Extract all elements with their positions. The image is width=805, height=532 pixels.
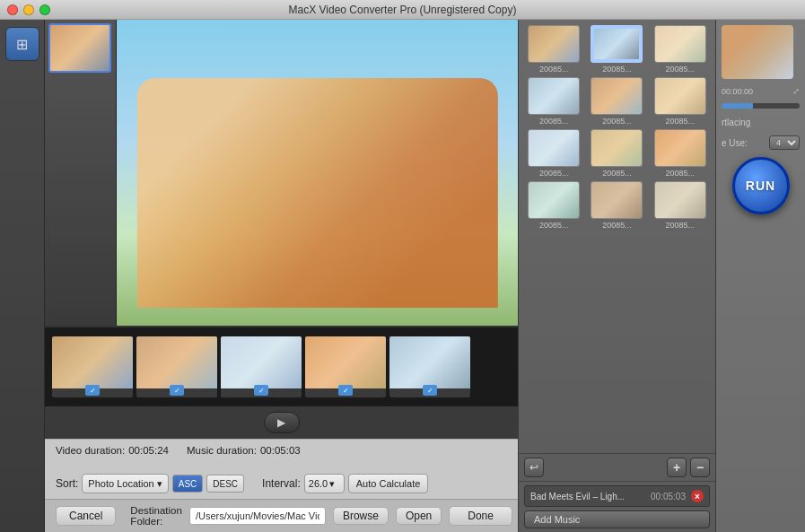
add-video-button[interactable]: ⊞: [5, 27, 39, 61]
photo-cell[interactable]: 20085...: [651, 25, 710, 74]
sort-value: Photo Location: [88, 478, 153, 489]
people-silhouette: [136, 78, 497, 308]
destination-label: Destination Folder:: [130, 505, 182, 527]
photo-cell[interactable]: 20085...: [651, 181, 710, 230]
photo-cell[interactable]: 20085...: [651, 77, 710, 126]
time-row: 00:00:00 ⤢: [722, 86, 800, 96]
sort-desc-button[interactable]: DESC: [206, 475, 244, 493]
film-frame[interactable]: ✓: [305, 336, 386, 397]
progress-slider[interactable]: [722, 103, 800, 109]
run-button[interactable]: RUN: [732, 157, 790, 214]
photo-thumbnail: [655, 26, 705, 62]
film-frame-image: [136, 336, 217, 388]
music-duration-value: 00:05:03: [260, 445, 301, 456]
cancel-button[interactable]: Cancel: [56, 506, 116, 526]
photo-cell[interactable]: 20085...: [587, 77, 646, 126]
time-display: 00:00:00: [722, 87, 753, 96]
photo-thumbnail: [591, 78, 642, 114]
photo-thumbnail: [591, 182, 642, 218]
close-button[interactable]: [7, 4, 18, 15]
film-frame-image: [221, 336, 302, 388]
use-label: e Use:: [722, 138, 748, 148]
film-strip: ✓ ✓ ✓ ✓ ✓: [45, 326, 518, 406]
photo-grid-controls: ↩ + −: [519, 453, 715, 481]
thumbnail-strip: [45, 20, 117, 326]
photo-thumbnail: [592, 27, 641, 61]
expand-button[interactable]: ⤢: [792, 86, 800, 96]
music-track-name: Bad Meets Evil – Ligh...: [530, 492, 645, 501]
photo-label: 20085...: [666, 117, 696, 126]
open-button[interactable]: Open: [396, 507, 442, 525]
chevron-down-icon: ▾: [157, 478, 162, 490]
settings-preview: [722, 25, 793, 79]
main-container: ⊞ ✓: [0, 20, 805, 532]
photo-label: 20085...: [602, 169, 632, 178]
film-frame[interactable]: ✓: [136, 336, 217, 397]
video-duration-item: Video duration: 00:05:24: [56, 445, 169, 456]
add-music-button[interactable]: Add Music: [524, 510, 710, 528]
done-button[interactable]: Done: [449, 506, 512, 526]
photo-thumbnail: [591, 130, 642, 166]
photo-label: 20085...: [539, 65, 569, 74]
film-frame-check: ✓: [338, 385, 353, 396]
photo-thumbnail: [529, 182, 579, 218]
photo-label: 20085...: [666, 65, 696, 74]
maximize-button[interactable]: [39, 4, 50, 15]
sort-dropdown[interactable]: Photo Location ▾: [82, 474, 168, 493]
minimize-button[interactable]: [23, 4, 34, 15]
film-frame-check: ✓: [85, 385, 100, 396]
play-button[interactable]: ▶: [264, 412, 300, 433]
preview-image: [722, 25, 793, 79]
slider-row: [722, 103, 800, 109]
interval-input[interactable]: 26.0 ▾: [304, 474, 345, 493]
add-photo-button[interactable]: +: [667, 458, 687, 477]
photo-thumbnail: [529, 130, 579, 166]
window-title: MacX Video Converter Pro (Unregistered C…: [289, 4, 517, 16]
photo-cell[interactable]: 20085...: [524, 77, 583, 126]
video-duration-value: 00:05:24: [128, 445, 169, 456]
remove-photo-button[interactable]: −: [690, 458, 710, 477]
photo-cell[interactable]: 20085...: [587, 129, 646, 178]
browse-button[interactable]: Browse: [333, 507, 389, 525]
center-content: ✓ ✓ ✓ ✓ ✓ ▶ Vide: [45, 20, 518, 532]
photo-grid: 20085... 20085... 20085... 20085...: [524, 25, 710, 230]
sort-asc-button[interactable]: ASC: [172, 475, 204, 493]
film-frame-image: [52, 336, 133, 388]
photo-label: 20085...: [539, 221, 569, 230]
video-duration-label: Video duration:: [56, 445, 125, 456]
interval-value: 26.0: [309, 478, 328, 489]
music-duration-label: Music duration:: [187, 445, 257, 456]
video-area: [45, 20, 518, 326]
photo-label: 20085...: [539, 117, 569, 126]
photo-label: 20085...: [666, 169, 696, 178]
back-button[interactable]: ↩: [524, 458, 544, 477]
destination-path-input[interactable]: [189, 507, 326, 525]
music-track-duration: 00:05:03: [651, 492, 686, 501]
photo-cell[interactable]: 20085...: [524, 181, 583, 230]
remove-music-button[interactable]: ×: [691, 490, 704, 502]
photo-cell[interactable]: 20085...: [587, 25, 646, 74]
interlacing-label: rtlacing: [722, 118, 750, 127]
settings-panel: 00:00:00 ⤢ rtlacing e Use: 4 2 8 RUN: [715, 20, 805, 532]
film-frame[interactable]: ✓: [52, 336, 133, 397]
photo-label: 20085...: [602, 221, 632, 230]
photo-label: 20085...: [666, 221, 696, 230]
film-frame[interactable]: ✓: [221, 336, 302, 397]
photo-cell[interactable]: 20085...: [524, 25, 583, 74]
use-select[interactable]: 4 2 8: [769, 135, 800, 150]
film-frame-check: ✓: [254, 385, 268, 396]
photo-label: 20085...: [539, 169, 569, 178]
interval-unit-icon: ▾: [329, 478, 335, 490]
photo-cell[interactable]: 20085...: [651, 129, 710, 178]
photo-cell[interactable]: 20085...: [524, 129, 583, 178]
use-row: e Use: 4 2 8: [722, 135, 800, 150]
left-toolbar: ⊞: [0, 20, 45, 532]
film-frame[interactable]: ✓: [389, 336, 470, 397]
photo-cell[interactable]: 20085...: [587, 181, 646, 230]
info-bar: Video duration: 00:05:24 Music duration:…: [45, 439, 518, 499]
video-preview[interactable]: [117, 20, 518, 326]
window-controls[interactable]: [7, 4, 50, 15]
auto-calculate-button[interactable]: Auto Calculate: [348, 474, 429, 493]
photo-thumbnail: [655, 182, 705, 218]
thumbnail-item[interactable]: [48, 23, 111, 73]
